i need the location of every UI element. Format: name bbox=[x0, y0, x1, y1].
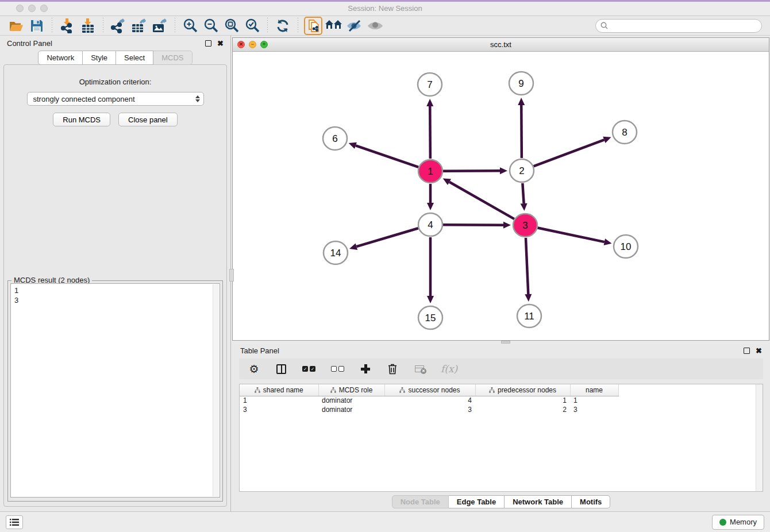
function-builder-icon: f(x) bbox=[441, 363, 457, 375]
tab-edge-table[interactable]: Edge Table bbox=[449, 495, 505, 508]
graph-node-7[interactable]: 7 bbox=[418, 73, 442, 96]
close-panel-button[interactable]: Close panel bbox=[118, 113, 178, 126]
column-type-icon bbox=[489, 387, 495, 393]
graph-edge-3-1[interactable] bbox=[449, 182, 514, 219]
delete-column-icon[interactable] bbox=[387, 363, 398, 375]
double-home-icon[interactable] bbox=[324, 17, 344, 34]
vertical-splitter-handle[interactable] bbox=[229, 269, 234, 282]
deselect-all-columns-icon[interactable] bbox=[331, 366, 344, 372]
graph-node-2[interactable]: 2 bbox=[510, 159, 534, 182]
graph-node-9[interactable]: 9 bbox=[509, 72, 533, 95]
network-canvas[interactable]: 7968124314101511 bbox=[233, 52, 769, 340]
refresh-view-icon[interactable] bbox=[272, 17, 293, 34]
criterion-value: strongly connected component bbox=[33, 95, 135, 103]
column-header-mcds-role[interactable]: MCDS role bbox=[318, 384, 384, 396]
graph-edge-4-3[interactable] bbox=[443, 225, 503, 225]
memory-label: Memory bbox=[730, 518, 757, 526]
tab-node-table[interactable]: Node Table bbox=[392, 495, 449, 508]
graph-edge-1-7[interactable] bbox=[430, 106, 430, 159]
mcds-result-list[interactable]: 1 3 bbox=[10, 283, 220, 498]
toolbar-separator bbox=[298, 18, 298, 34]
tab-network[interactable]: Network bbox=[38, 51, 83, 65]
select-stepper-icon bbox=[195, 95, 200, 102]
column-header-name[interactable]: name bbox=[570, 384, 618, 396]
tab-style[interactable]: Style bbox=[83, 51, 116, 65]
svg-text:14: 14 bbox=[330, 248, 341, 259]
graph-node-1[interactable]: 1 bbox=[418, 160, 442, 183]
graph-edge-2-9[interactable] bbox=[521, 105, 522, 158]
tab-select[interactable]: Select bbox=[116, 51, 153, 65]
hide-graphics-details-icon[interactable] bbox=[344, 17, 365, 34]
search-box[interactable] bbox=[595, 19, 762, 33]
svg-text:11: 11 bbox=[524, 311, 534, 322]
table-header-row: shared name MCDS role successor nodes pr… bbox=[240, 384, 618, 396]
column-header-predecessor-nodes[interactable]: predecessor nodes bbox=[475, 384, 570, 396]
column-header-shared-name[interactable]: shared name bbox=[240, 384, 318, 396]
edge-arrowhead-icon bbox=[521, 203, 528, 211]
tab-mcds[interactable]: MCDS bbox=[153, 51, 192, 65]
float-table-panel-icon[interactable] bbox=[744, 348, 750, 354]
close-panel-icon[interactable]: ✖ bbox=[217, 40, 224, 47]
column-header-successor-nodes[interactable]: successor nodes bbox=[384, 384, 475, 396]
open-session-icon[interactable] bbox=[6, 17, 26, 34]
svg-text:7: 7 bbox=[427, 79, 432, 90]
memory-status-icon bbox=[719, 519, 726, 526]
result-line: 3 bbox=[14, 295, 220, 305]
import-table-icon[interactable] bbox=[78, 17, 98, 34]
graph-node-14[interactable]: 14 bbox=[324, 241, 348, 264]
table-row[interactable]: 3 dominator 3 2 3 bbox=[240, 405, 618, 414]
graph-node-11[interactable]: 11 bbox=[517, 304, 541, 327]
tab-motifs[interactable]: Motifs bbox=[572, 495, 610, 508]
memory-button[interactable]: Memory bbox=[712, 515, 764, 530]
graph-edge-1-6[interactable] bbox=[356, 145, 418, 167]
tab-network-table[interactable]: Network Table bbox=[505, 495, 572, 508]
zoom-out-icon[interactable] bbox=[201, 17, 221, 34]
graph-edge-3-11[interactable] bbox=[526, 238, 528, 294]
network-window-titlebar[interactable]: scc.txt ✕ − + bbox=[233, 38, 769, 52]
float-panel-icon[interactable] bbox=[205, 40, 211, 47]
edge-arrowhead-icon bbox=[500, 167, 507, 174]
table-settings-gear-icon[interactable]: ⚙ bbox=[248, 364, 260, 375]
edge-arrowhead-icon bbox=[349, 243, 357, 250]
close-table-panel-icon[interactable]: ✖ bbox=[756, 348, 762, 354]
toolbar-separator bbox=[52, 18, 52, 34]
graph-node-3[interactable]: 3 bbox=[513, 214, 537, 237]
svg-text:4: 4 bbox=[428, 219, 433, 230]
table-row[interactable]: 1 dominator 4 1 1 bbox=[240, 396, 618, 405]
svg-text:9: 9 bbox=[518, 78, 523, 89]
table-scrollbar[interactable] bbox=[756, 384, 763, 491]
show-graphics-details-icon[interactable] bbox=[365, 17, 386, 34]
graph-node-6[interactable]: 6 bbox=[323, 127, 347, 150]
export-table-icon[interactable] bbox=[129, 17, 149, 34]
control-panel-tabs: Network Style Select MCDS bbox=[0, 51, 230, 65]
toolbar-separator bbox=[267, 18, 268, 34]
export-image-icon[interactable] bbox=[149, 17, 170, 34]
add-column-icon[interactable] bbox=[360, 364, 371, 373]
search-input[interactable] bbox=[611, 22, 757, 30]
graph-node-10[interactable]: 10 bbox=[614, 235, 638, 258]
zoom-fit-icon[interactable] bbox=[221, 17, 242, 34]
graph-node-8[interactable]: 8 bbox=[613, 121, 637, 144]
graph-node-4[interactable]: 4 bbox=[418, 213, 442, 236]
zoom-in-icon[interactable] bbox=[180, 17, 201, 34]
import-network-icon[interactable] bbox=[57, 17, 78, 34]
select-all-columns-icon[interactable]: ✓✓ bbox=[302, 366, 315, 372]
graph-edge-4-14[interactable] bbox=[356, 228, 418, 246]
graph-edge-3-10[interactable] bbox=[538, 228, 605, 242]
split-view-icon[interactable] bbox=[275, 364, 287, 374]
result-scrollbar[interactable] bbox=[213, 284, 219, 496]
run-mcds-button[interactable]: Run MCDS bbox=[53, 113, 110, 126]
edge-arrowhead-icon bbox=[349, 142, 357, 149]
save-session-icon[interactable] bbox=[26, 17, 47, 34]
new-network-from-selection-icon[interactable] bbox=[303, 17, 324, 34]
graph-edge-1-2[interactable] bbox=[443, 171, 500, 171]
graph-edge-2-3[interactable] bbox=[522, 183, 523, 203]
graph-node-15[interactable]: 15 bbox=[418, 306, 442, 329]
export-network-icon[interactable] bbox=[108, 17, 129, 34]
task-history-button[interactable] bbox=[6, 515, 23, 529]
zoom-selected-icon[interactable] bbox=[242, 17, 263, 34]
criterion-select[interactable]: strongly connected component bbox=[27, 92, 204, 106]
svg-text:10: 10 bbox=[621, 241, 632, 252]
graph-edge-2-8[interactable] bbox=[534, 140, 605, 166]
svg-text:8: 8 bbox=[622, 127, 627, 138]
